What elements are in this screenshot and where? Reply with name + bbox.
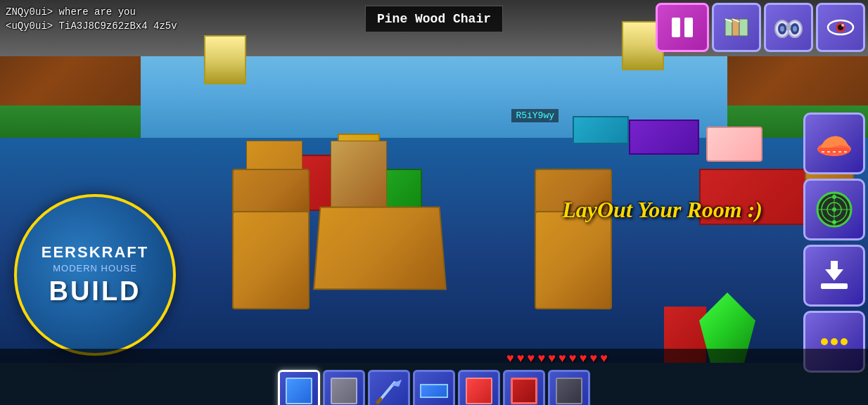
compass-icon	[815, 191, 853, 229]
binoculars-button[interactable]	[764, 3, 813, 52]
eye-icon	[826, 15, 855, 40]
heart-3: ♥	[528, 352, 535, 366]
item-red-cube	[511, 378, 537, 404]
heart-7: ♥	[569, 352, 577, 366]
hotbar-slot-1[interactable]	[278, 370, 320, 405]
svg-point-10	[780, 26, 784, 32]
dots-icon	[821, 338, 848, 345]
heart-9: ♥	[589, 352, 597, 366]
hotbar-slot-3[interactable]	[368, 370, 410, 405]
item-tooltip-text: Pine Wood Chair	[377, 12, 491, 26]
chair-right	[535, 211, 612, 309]
heart-4: ♥	[537, 352, 545, 366]
hotbar-slot-5[interactable]	[458, 370, 500, 405]
item-red-block-hotbar	[466, 378, 492, 404]
heart-10: ♥	[600, 352, 608, 366]
lamp-left	[204, 35, 246, 84]
logo-circle: EERSKRAFT MODERN HOUSE BUILD	[14, 194, 176, 356]
compass-button[interactable]	[803, 179, 865, 240]
hotbar-slot-4[interactable]	[413, 370, 455, 405]
heart-2: ♥	[517, 352, 525, 366]
logo-build: BUILD	[49, 276, 141, 307]
dot-2	[831, 338, 838, 345]
pause-button[interactable]	[656, 3, 709, 52]
download-icon	[815, 257, 853, 295]
chair-left	[232, 211, 309, 309]
svg-point-11	[793, 26, 797, 32]
health-bar: ♥ ♥ ♥ ♥ ♥ ♥ ♥ ♥ ♥ ♥	[0, 349, 868, 367]
dot-3	[841, 338, 848, 345]
table-center	[313, 207, 447, 290]
svg-point-15	[841, 24, 844, 27]
svg-line-30	[378, 399, 381, 402]
svg-point-26	[832, 220, 836, 224]
player-name-tag: R5iY9wy	[511, 109, 559, 122]
side-panel	[803, 112, 865, 373]
pickaxe-icon	[375, 377, 403, 405]
item-tooltip: Pine Wood Chair	[365, 6, 503, 32]
teal-box	[573, 116, 629, 144]
pillow	[706, 127, 762, 162]
chat-line-1: ZNQy0ui> where are you	[6, 6, 177, 20]
chat-line-2: <uQy0ui> TiA3J8C9z62zBx4 4z5v	[6, 20, 177, 34]
item-blue-flat	[420, 384, 448, 398]
layout-text: LayOut Your Room :)	[562, 197, 762, 223]
chat-overlay: ZNQy0ui> where are you <uQy0ui> TiA3J8C9…	[6, 6, 177, 33]
bottom-hud: ♥ ♥ ♥ ♥ ♥ ♥ ♥ ♥ ♥ ♥	[0, 349, 868, 405]
hotbar-slot-7[interactable]	[548, 370, 590, 405]
hotbar	[0, 367, 868, 405]
pause-bar-right	[684, 18, 693, 37]
heart-6: ♥	[559, 352, 566, 366]
binoculars-icon	[774, 15, 803, 40]
svg-point-25	[832, 195, 836, 199]
dot-1	[821, 338, 828, 345]
item-dark-block	[556, 378, 582, 404]
download-button[interactable]	[803, 245, 865, 307]
item-blue-block	[286, 378, 312, 404]
logo-brand: EERSKRAFT	[42, 243, 148, 262]
hotbar-slot-6[interactable]	[503, 370, 545, 405]
run-button[interactable]	[803, 112, 865, 174]
map-icon	[722, 13, 751, 41]
pause-icon	[672, 18, 693, 37]
svg-marker-28	[825, 261, 843, 281]
heart-1: ♥	[506, 352, 514, 366]
svg-rect-2	[739, 19, 748, 36]
map-button[interactable]	[712, 3, 761, 52]
heart-5: ♥	[548, 352, 556, 366]
heart-8: ♥	[580, 352, 587, 366]
eye-button[interactable]	[816, 3, 865, 52]
item-gray-block	[331, 378, 357, 404]
svg-rect-17	[819, 148, 850, 153]
purple-box	[629, 120, 699, 155]
svg-rect-27	[821, 283, 848, 289]
shoe-icon	[813, 128, 855, 159]
pause-bar-left	[672, 18, 680, 37]
bg-chair-2	[331, 141, 387, 211]
top-controls	[656, 3, 865, 52]
hotbar-slot-2[interactable]	[323, 370, 365, 405]
logo-sub: MODERN HOUSE	[53, 263, 137, 274]
